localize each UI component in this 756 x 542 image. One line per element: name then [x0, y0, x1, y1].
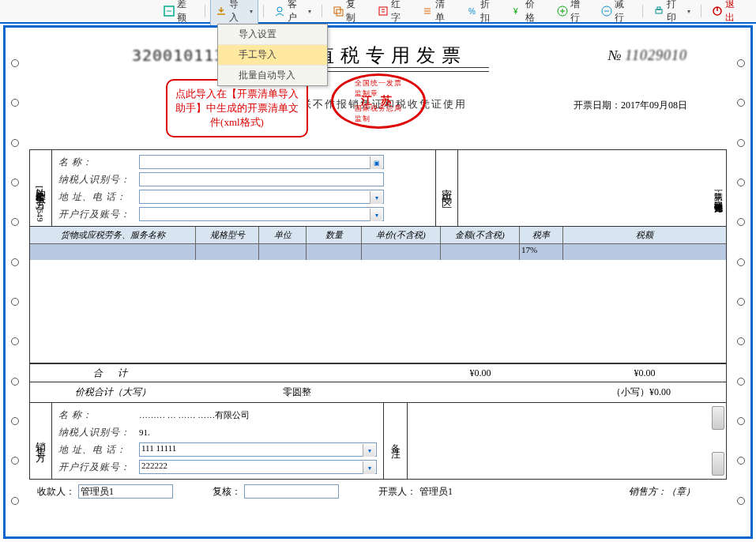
note-label: 备注 [383, 403, 407, 479]
invoice-panel: 国税函[2009]649号北京印钞厂 第一联：记账联 销售方记账凭证 32001… [3, 25, 753, 539]
callout-tooltip: 点此导入在【开票清单导入助手】中生成的开票清单文件(xml格式) [166, 79, 308, 137]
buyer-bank-input[interactable]: ▾ [139, 207, 384, 221]
seller-section: 销售方 名 称：……… … …… ……有限公司 纳税人识别号：91. 地 址、电… [29, 403, 727, 480]
dropdown-icon[interactable]: ▾ [370, 209, 382, 221]
batch-auto-import-item[interactable]: 批量自动导入 [218, 66, 327, 85]
list-icon [422, 6, 433, 17]
seller-addr-input[interactable]: 111 11111▾ [139, 442, 377, 457]
svg-text:%: % [468, 7, 476, 16]
seller-name-label: 名 称： [58, 408, 134, 422]
import-dropdown: 导入设置 手工导入 批量自动导入 [217, 24, 328, 86]
totals-label: 合 计 [30, 367, 196, 380]
exit-button[interactable]: 退出 [706, 0, 748, 27]
diff-icon [164, 6, 175, 17]
words-row: 价税合计（大写） 零圆整 （小写）¥0.00 [29, 382, 727, 403]
items-table: 货物或应税劳务、服务名称 规格型号 单位 数量 单价(不含税) 金额(不含税) … [29, 227, 727, 363]
copy-icon [333, 6, 344, 17]
discount-button[interactable]: %折扣 [461, 0, 503, 27]
seller-bank-label: 开户行及账号： [58, 461, 134, 474]
crypto-area [457, 150, 726, 226]
buyer-tax-label: 纳税人识别号： [58, 173, 134, 186]
buyer-addr-label: 地 址、电 话： [58, 190, 134, 204]
customer-button[interactable]: 客户▾ [269, 0, 317, 27]
reviewer-input[interactable] [244, 484, 339, 499]
col-price: 单价(不含税) [362, 227, 441, 243]
print-icon [653, 6, 664, 17]
svg-rect-19 [657, 7, 660, 9]
import-icon [216, 6, 227, 17]
seller-bank-input[interactable]: 222222▾ [139, 460, 377, 474]
drawer-value: 管理员1 [419, 485, 453, 499]
col-rate: 税率 [520, 227, 563, 243]
payee-input[interactable] [78, 484, 173, 499]
crypto-label: 密码区 [435, 150, 457, 226]
buyer-addr-input[interactable]: ▾ [139, 190, 384, 204]
seller-name-value: ……… … …… ……有限公司 [139, 409, 250, 421]
chevron-down-icon: ▾ [250, 8, 253, 15]
plus-icon [557, 6, 568, 17]
reviewer-label: 复核： [213, 485, 241, 499]
addrow-button[interactable]: 增行 [551, 0, 593, 27]
seller-tax-value: 91. [139, 427, 150, 437]
official-stamp: 江 苏 全国统一发票监制章 国家税务总局监制 [331, 73, 426, 129]
perforation-left [6, 28, 24, 536]
discount-icon: % [467, 6, 478, 17]
table-row[interactable]: 17% [30, 244, 726, 260]
print-button[interactable]: 打印▾ [648, 0, 696, 27]
col-unit: 单位 [259, 227, 307, 243]
buyer-label: 购买方 [30, 150, 52, 226]
delrow-button[interactable]: 减行 [596, 0, 638, 27]
minus-icon [601, 6, 612, 17]
price-button[interactable]: ¥价格 [506, 0, 548, 27]
totals-tax: ¥0.00 [563, 367, 726, 379]
list-button[interactable]: 清单 [416, 0, 458, 27]
invoice-date: 开票日期：2017年09月08日 [574, 99, 687, 112]
note-area[interactable] [407, 403, 726, 479]
col-name: 货物或应税劳务、服务名称 [30, 227, 196, 243]
items-empty-area[interactable] [30, 260, 726, 363]
dropdown-icon[interactable]: ▣ [370, 156, 382, 169]
seller-stamp-label: 销售方：（章） [629, 485, 695, 499]
manual-import-item[interactable]: 手工导入 [218, 45, 327, 66]
chevron-down-icon: ▾ [308, 8, 311, 15]
toolbar: 差额 导入▾ 客户▾ 复制 红字 清单 %折扣 ¥价格 增行 减行 打印▾ 退出 [0, 0, 756, 24]
small-total: （小写）¥0.00 [611, 386, 671, 399]
copy-button[interactable]: 复制 [327, 0, 369, 27]
words-label: 价税合计（大写） [30, 386, 196, 399]
red-icon [378, 6, 389, 17]
svg-rect-4 [337, 9, 343, 16]
col-spec: 规格型号 [196, 227, 259, 243]
buyer-tax-input[interactable] [139, 172, 384, 186]
chevron-down-icon: ▾ [687, 8, 690, 15]
totals-amount: ¥0.00 [441, 367, 520, 379]
buyer-bank-label: 开户行及账号： [58, 208, 134, 221]
dropdown-icon[interactable]: ▾ [363, 444, 375, 457]
svg-rect-18 [656, 9, 662, 13]
seller-label: 销售方 [30, 403, 52, 479]
red-button[interactable]: 红字 [372, 0, 414, 27]
col-amount: 金额(不含税) [441, 227, 520, 243]
words-value: 零圆整 [283, 386, 311, 399]
invoice-number: № 11029010 [608, 47, 687, 64]
power-icon [712, 6, 723, 17]
buyer-name-input[interactable]: ▣ [139, 155, 384, 169]
perforation-right [732, 28, 750, 536]
diff-button[interactable]: 差额 [158, 0, 200, 27]
scroll-up[interactable] [712, 406, 724, 430]
import-settings-item[interactable]: 导入设置 [218, 24, 327, 45]
dropdown-icon[interactable]: ▾ [370, 191, 382, 204]
price-icon: ¥ [512, 6, 523, 17]
scroll-down[interactable] [712, 452, 724, 476]
seller-addr-label: 地 址、电 话： [58, 443, 134, 457]
seller-tax-label: 纳税人识别号： [58, 426, 134, 439]
footer-row: 收款人： 复核： 开票人：管理员1 销售方：（章） [29, 484, 727, 499]
items-header: 货物或应税劳务、服务名称 规格型号 单位 数量 单价(不含税) 金额(不含税) … [30, 227, 726, 244]
dropdown-icon[interactable]: ▾ [363, 461, 375, 474]
buyer-section: 购买方 名 称：▣ 纳税人识别号： 地 址、电 话：▾ 开户行及账号：▾ 密码区 [29, 149, 727, 227]
payee-label: 收款人： [37, 485, 75, 499]
totals-row: 合 计 ¥0.00 ¥0.00 [29, 363, 727, 382]
col-qty: 数量 [307, 227, 362, 243]
col-tax: 税额 [563, 227, 726, 243]
drawer-label: 开票人： [378, 485, 416, 499]
import-button[interactable]: 导入▾ [210, 0, 258, 27]
